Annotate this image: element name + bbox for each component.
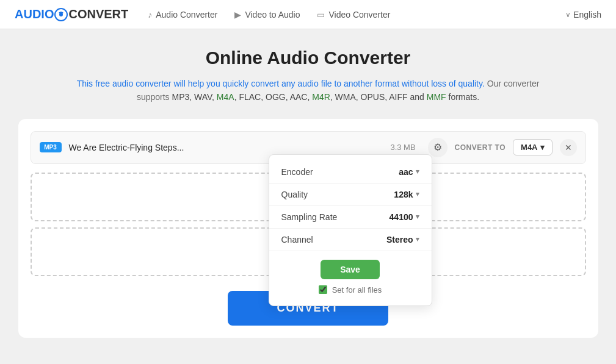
subtitle-m4r: M4R [312,92,330,102]
chevron-down-icon: ∨ [565,10,571,19]
convert-to-label: CONVERT TO [455,143,505,152]
subtitle-mmf: MMF [427,92,446,102]
encoder-caret-icon: ▾ [416,168,419,176]
channel-caret-icon: ▾ [416,235,419,243]
encoder-value: aac [399,167,413,177]
encoder-select[interactable]: aac ▾ [399,167,419,177]
subtitle-formats2: , FLAC, OGG, AAC, [234,92,313,102]
encoder-label: Encoder [281,167,313,177]
channel-select[interactable]: Stereo ▾ [386,235,419,244]
file-format-badge: MP3 [40,142,62,152]
logo-icon [54,8,68,21]
subtitle-formats: MP3, WAV, [172,92,216,102]
quality-select[interactable]: 128k ▾ [394,190,419,199]
logo-convert-text: CONVERT [68,7,128,21]
save-btn-area: Save Set for all files [269,251,432,299]
subtitle-highlight-1: This free audio converter will help you … [77,79,485,88]
quality-caret-icon: ▾ [416,190,419,198]
page-subtitle: This free audio converter will help you … [64,77,553,104]
file-size: 3.3 MB [390,143,415,152]
nav-video-to-audio-label: Video to Audio [245,10,300,20]
language-selector[interactable]: ∨ English [565,10,601,20]
channel-row: Channel Stereo ▾ [269,229,432,251]
nav-video-to-audio[interactable]: ▶ Video to Audio [234,10,300,20]
music-icon: ♪ [148,10,152,20]
set-for-all-row: Set for all files [319,285,382,294]
quality-row: Quality 128k ▾ [269,184,432,206]
logo-audio: AUDIO [15,7,54,21]
video-icon: ▭ [317,10,325,20]
subtitle-end: formats. [446,92,479,102]
quality-value: 128k [394,190,413,199]
main-content: Online Audio Converter This free audio c… [0,29,616,350]
header: AUDIO CONVERT ♪ Audio Converter ▶ Video … [0,0,616,29]
settings-button[interactable]: ⚙ [428,138,448,157]
converter-box: MP3 We Are Electric-Flying Steps... 3.3 … [18,119,598,338]
page-title: Online Audio Converter [12,48,604,68]
logo[interactable]: AUDIO CONVERT [15,7,128,21]
channel-value: Stereo [386,235,413,244]
format-caret-icon: ▾ [540,143,545,152]
sampling-label: Sampling Rate [281,212,338,222]
subtitle-formats3: , WMA, OPUS, AIFF and [330,92,427,102]
nav-audio-converter-label: Audio Converter [156,10,217,20]
encoder-row: Encoder aac ▾ [269,161,432,184]
main-nav: ♪ Audio Converter ▶ Video to Audio ▭ Vid… [148,10,565,20]
sampling-row: Sampling Rate 44100 ▾ [269,206,432,229]
file-name: We Are Electric-Flying Steps... [69,143,383,152]
sampling-value: 44100 [390,212,413,222]
format-select-button[interactable]: M4A ▾ [513,139,552,155]
set-for-all-label: Set for all files [332,285,382,294]
sampling-select[interactable]: 44100 ▾ [390,212,419,222]
quality-label: Quality [281,190,308,199]
nav-audio-converter[interactable]: ♪ Audio Converter [148,10,217,20]
set-for-all-checkbox[interactable] [319,285,327,294]
remove-file-button[interactable]: ✕ [560,139,577,156]
language-label: English [573,10,601,20]
sampling-caret-icon: ▾ [416,213,419,221]
play-icon: ▶ [234,10,241,20]
nav-video-converter-label: Video Converter [328,10,390,20]
format-value: M4A [521,143,537,152]
subtitle-m4a: M4A [217,92,234,102]
nav-video-converter[interactable]: ▭ Video Converter [317,10,390,20]
channel-label: Channel [281,235,313,244]
save-button[interactable]: Save [321,260,380,279]
settings-panel: Encoder aac ▾ Quality 128k ▾ Sampling Ra… [269,154,432,306]
svg-point-1 [59,13,63,16]
